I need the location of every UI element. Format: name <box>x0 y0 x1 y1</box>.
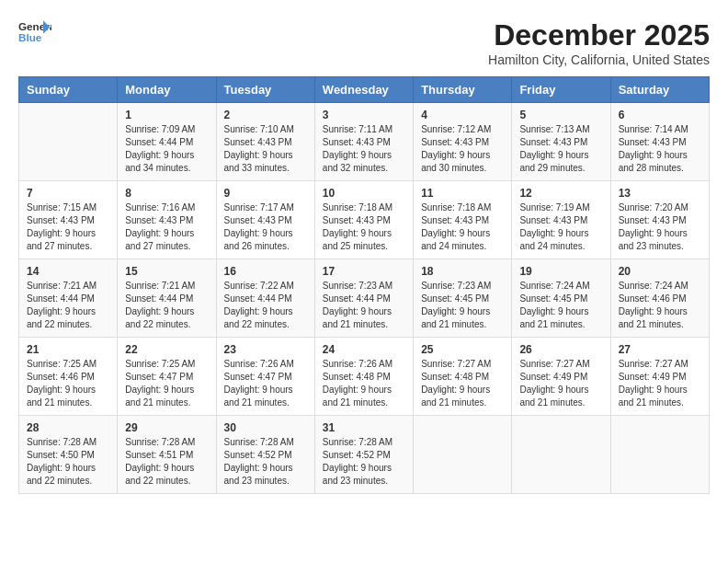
day-cell: 25Sunrise: 7:27 AM Sunset: 4:48 PM Dayli… <box>414 338 512 416</box>
header-cell-saturday: Saturday <box>610 77 709 103</box>
day-cell <box>414 416 512 494</box>
day-number: 17 <box>323 265 405 278</box>
day-number: 26 <box>519 343 602 356</box>
day-cell <box>610 416 709 494</box>
day-cell: 27Sunrise: 7:27 AM Sunset: 4:49 PM Dayli… <box>610 338 709 416</box>
day-cell: 18Sunrise: 7:23 AM Sunset: 4:45 PM Dayli… <box>414 259 512 338</box>
header-cell-thursday: Thursday <box>414 77 512 103</box>
day-info: Sunrise: 7:27 AM Sunset: 4:49 PM Dayligh… <box>519 358 602 409</box>
day-cell <box>512 416 610 494</box>
day-number: 23 <box>224 343 307 356</box>
day-info: Sunrise: 7:25 AM Sunset: 4:46 PM Dayligh… <box>27 358 109 409</box>
day-info: Sunrise: 7:24 AM Sunset: 4:45 PM Dayligh… <box>519 280 602 331</box>
day-info: Sunrise: 7:23 AM Sunset: 4:45 PM Dayligh… <box>421 280 504 331</box>
day-info: Sunrise: 7:28 AM Sunset: 4:51 PM Dayligh… <box>125 436 208 488</box>
day-number: 15 <box>125 265 208 278</box>
day-number: 5 <box>519 109 602 121</box>
day-cell: 26Sunrise: 7:27 AM Sunset: 4:49 PM Dayli… <box>512 338 610 416</box>
day-cell: 7Sunrise: 7:15 AM Sunset: 4:43 PM Daylig… <box>19 181 118 259</box>
day-info: Sunrise: 7:16 AM Sunset: 4:43 PM Dayligh… <box>125 201 208 253</box>
day-cell: 9Sunrise: 7:17 AM Sunset: 4:43 PM Daylig… <box>216 181 314 259</box>
day-number: 31 <box>323 421 405 434</box>
week-row-4: 28Sunrise: 7:28 AM Sunset: 4:50 PM Dayli… <box>19 416 710 494</box>
day-info: Sunrise: 7:22 AM Sunset: 4:44 PM Dayligh… <box>224 280 307 331</box>
day-cell <box>19 103 118 181</box>
day-number: 19 <box>519 265 602 278</box>
day-number: 2 <box>224 109 307 121</box>
day-number: 6 <box>619 109 701 121</box>
logo: General Blue <box>18 18 51 44</box>
week-row-2: 14Sunrise: 7:21 AM Sunset: 4:44 PM Dayli… <box>19 259 710 338</box>
day-cell: 23Sunrise: 7:26 AM Sunset: 4:47 PM Dayli… <box>216 338 314 416</box>
day-cell: 6Sunrise: 7:14 AM Sunset: 4:43 PM Daylig… <box>610 103 709 181</box>
day-number: 3 <box>323 109 405 121</box>
day-number: 4 <box>421 109 504 121</box>
week-row-1: 7Sunrise: 7:15 AM Sunset: 4:43 PM Daylig… <box>19 181 710 259</box>
day-number: 9 <box>224 187 307 200</box>
day-info: Sunrise: 7:27 AM Sunset: 4:49 PM Dayligh… <box>619 358 701 409</box>
day-number: 18 <box>421 265 504 278</box>
day-number: 25 <box>421 343 504 356</box>
day-cell: 13Sunrise: 7:20 AM Sunset: 4:43 PM Dayli… <box>610 181 709 259</box>
day-info: Sunrise: 7:15 AM Sunset: 4:43 PM Dayligh… <box>27 201 109 253</box>
day-info: Sunrise: 7:21 AM Sunset: 4:44 PM Dayligh… <box>27 280 109 331</box>
day-cell: 3Sunrise: 7:11 AM Sunset: 4:43 PM Daylig… <box>314 103 413 181</box>
day-cell: 29Sunrise: 7:28 AM Sunset: 4:51 PM Dayli… <box>118 416 216 494</box>
day-number: 28 <box>27 421 109 434</box>
day-cell: 5Sunrise: 7:13 AM Sunset: 4:43 PM Daylig… <box>512 103 610 181</box>
day-number: 14 <box>27 265 109 278</box>
day-number: 10 <box>323 187 405 200</box>
day-number: 30 <box>224 421 307 434</box>
day-cell: 24Sunrise: 7:26 AM Sunset: 4:48 PM Dayli… <box>314 338 413 416</box>
day-cell: 30Sunrise: 7:28 AM Sunset: 4:52 PM Dayli… <box>216 416 314 494</box>
day-info: Sunrise: 7:24 AM Sunset: 4:46 PM Dayligh… <box>619 280 701 331</box>
day-info: Sunrise: 7:28 AM Sunset: 4:50 PM Dayligh… <box>27 436 109 488</box>
day-cell: 10Sunrise: 7:18 AM Sunset: 4:43 PM Dayli… <box>314 181 413 259</box>
day-info: Sunrise: 7:18 AM Sunset: 4:43 PM Dayligh… <box>323 201 405 253</box>
header-cell-friday: Friday <box>512 77 610 103</box>
day-cell: 1Sunrise: 7:09 AM Sunset: 4:44 PM Daylig… <box>118 103 216 181</box>
day-cell: 15Sunrise: 7:21 AM Sunset: 4:44 PM Dayli… <box>118 259 216 338</box>
day-info: Sunrise: 7:12 AM Sunset: 4:43 PM Dayligh… <box>421 123 504 175</box>
day-cell: 16Sunrise: 7:22 AM Sunset: 4:44 PM Dayli… <box>216 259 314 338</box>
day-cell: 14Sunrise: 7:21 AM Sunset: 4:44 PM Dayli… <box>19 259 118 338</box>
day-cell: 4Sunrise: 7:12 AM Sunset: 4:43 PM Daylig… <box>414 103 512 181</box>
title-block: December 2025 Hamilton City, California,… <box>488 18 710 67</box>
calendar-table: SundayMondayTuesdayWednesdayThursdayFrid… <box>18 76 710 494</box>
day-cell: 12Sunrise: 7:19 AM Sunset: 4:43 PM Dayli… <box>512 181 610 259</box>
day-cell: 11Sunrise: 7:18 AM Sunset: 4:43 PM Dayli… <box>414 181 512 259</box>
day-cell: 8Sunrise: 7:16 AM Sunset: 4:43 PM Daylig… <box>118 181 216 259</box>
day-cell: 20Sunrise: 7:24 AM Sunset: 4:46 PM Dayli… <box>610 259 709 338</box>
day-info: Sunrise: 7:28 AM Sunset: 4:52 PM Dayligh… <box>224 436 307 488</box>
day-number: 27 <box>619 343 701 356</box>
day-number: 1 <box>125 109 208 121</box>
day-cell: 31Sunrise: 7:28 AM Sunset: 4:52 PM Dayli… <box>314 416 413 494</box>
day-number: 20 <box>619 265 701 278</box>
day-number: 8 <box>125 187 208 200</box>
day-number: 11 <box>421 187 504 200</box>
day-cell: 22Sunrise: 7:25 AM Sunset: 4:47 PM Dayli… <box>118 338 216 416</box>
day-info: Sunrise: 7:25 AM Sunset: 4:47 PM Dayligh… <box>125 358 208 409</box>
day-number: 29 <box>125 421 208 434</box>
day-info: Sunrise: 7:26 AM Sunset: 4:47 PM Dayligh… <box>224 358 307 409</box>
location: Hamilton City, California, United States <box>488 52 710 67</box>
day-info: Sunrise: 7:18 AM Sunset: 4:43 PM Dayligh… <box>421 201 504 253</box>
day-cell: 2Sunrise: 7:10 AM Sunset: 4:43 PM Daylig… <box>216 103 314 181</box>
day-number: 22 <box>125 343 208 356</box>
header-cell-wednesday: Wednesday <box>314 77 413 103</box>
day-number: 21 <box>27 343 109 356</box>
day-number: 7 <box>27 187 109 200</box>
day-info: Sunrise: 7:23 AM Sunset: 4:44 PM Dayligh… <box>323 280 405 331</box>
day-info: Sunrise: 7:14 AM Sunset: 4:43 PM Dayligh… <box>619 123 701 175</box>
day-info: Sunrise: 7:17 AM Sunset: 4:43 PM Dayligh… <box>224 201 307 253</box>
day-number: 16 <box>224 265 307 278</box>
day-number: 24 <box>323 343 405 356</box>
day-info: Sunrise: 7:20 AM Sunset: 4:43 PM Dayligh… <box>619 201 701 253</box>
logo-icon: General Blue <box>18 18 51 44</box>
day-info: Sunrise: 7:09 AM Sunset: 4:44 PM Dayligh… <box>125 123 208 175</box>
header-cell-tuesday: Tuesday <box>216 77 314 103</box>
day-info: Sunrise: 7:26 AM Sunset: 4:48 PM Dayligh… <box>323 358 405 409</box>
calendar-body: 1Sunrise: 7:09 AM Sunset: 4:44 PM Daylig… <box>19 103 710 494</box>
day-info: Sunrise: 7:13 AM Sunset: 4:43 PM Dayligh… <box>519 123 602 175</box>
header-cell-sunday: Sunday <box>19 77 118 103</box>
